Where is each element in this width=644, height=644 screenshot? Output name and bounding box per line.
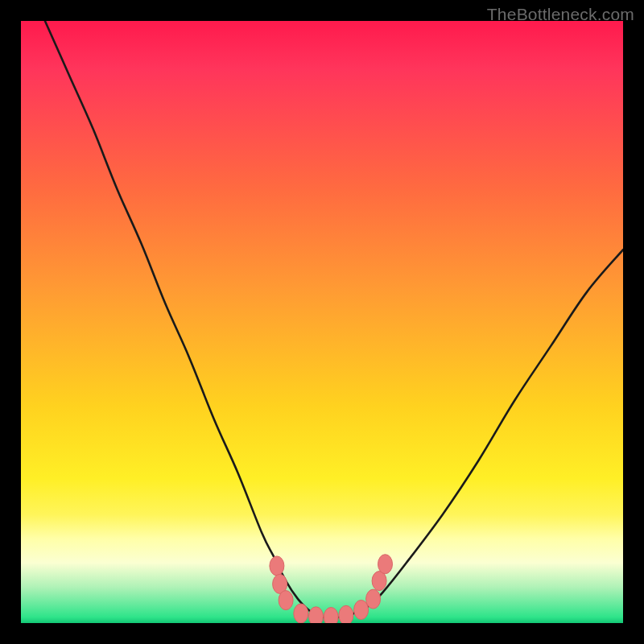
curve-marker	[270, 556, 284, 576]
curve-markers	[270, 555, 393, 623]
curve-marker	[372, 572, 386, 591]
curve-marker	[366, 589, 381, 609]
bottleneck-curve	[45, 21, 623, 617]
curve-marker	[294, 604, 308, 623]
chart-frame: TheBottleneck.com	[0, 0, 644, 644]
curve-marker	[339, 605, 353, 623]
curve-group	[45, 21, 623, 617]
curve-marker	[309, 607, 324, 623]
bottleneck-curve-svg	[21, 21, 623, 623]
watermark-text: TheBottleneck.com	[487, 5, 634, 24]
curve-marker	[324, 608, 338, 624]
chart-plot-area	[21, 21, 623, 623]
curve-marker	[279, 591, 293, 610]
curve-marker	[378, 555, 393, 574]
